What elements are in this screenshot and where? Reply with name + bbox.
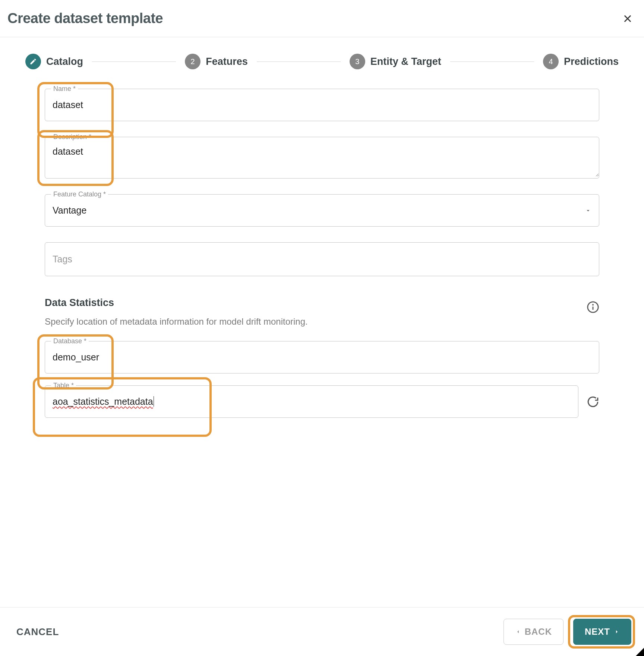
field-label: Database * [51, 337, 89, 345]
form-area: Name * Description * dataset Feature Cat… [25, 89, 619, 418]
description-field[interactable]: Description * dataset [45, 137, 599, 179]
description-field-wrap: Description * dataset [45, 137, 599, 179]
cancel-button[interactable]: CANCEL [16, 626, 59, 637]
step-catalog[interactable]: Catalog [25, 54, 83, 69]
field-label: Table * [51, 382, 76, 390]
name-input[interactable] [45, 89, 599, 121]
name-field[interactable]: Name * [45, 89, 599, 121]
chevron-right-icon [614, 629, 620, 635]
name-field-wrap: Name * [45, 89, 599, 121]
step-line [450, 62, 534, 62]
pencil-icon [29, 58, 37, 65]
step-label: Catalog [46, 56, 83, 67]
back-label: BACK [525, 627, 552, 637]
step-predictions[interactable]: 4 Predictions [543, 54, 619, 69]
table-field[interactable]: Table * aoa_statistics_metadata [45, 385, 578, 418]
modal-header: Create dataset template [0, 0, 644, 37]
chevron-down-icon [585, 207, 599, 214]
field-label: Description * [51, 133, 94, 141]
modal-content: Catalog 2 Features 3 Entity & Target 4 P… [0, 37, 644, 607]
step-circle-active [25, 54, 41, 69]
step-entity-target[interactable]: 3 Entity & Target [350, 54, 441, 69]
tags-field-wrap: Tags [45, 242, 599, 276]
close-button[interactable] [620, 11, 635, 26]
close-icon [622, 13, 633, 24]
section-title: Data Statistics [45, 297, 114, 309]
step-line [92, 62, 176, 62]
field-label: Name * [51, 85, 78, 93]
modal-footer: CANCEL BACK NEXT [0, 607, 644, 656]
step-label: Predictions [564, 56, 619, 67]
data-statistics-header: Data Statistics [45, 297, 599, 313]
database-input[interactable] [45, 341, 599, 373]
stepper: Catalog 2 Features 3 Entity & Target 4 P… [25, 54, 619, 69]
tags-field[interactable]: Tags [45, 242, 599, 276]
field-label: Feature Catalog * [51, 190, 108, 198]
step-features[interactable]: 2 Features [185, 54, 248, 69]
svg-point-4 [593, 305, 593, 305]
modal-title: Create dataset template [7, 10, 163, 26]
refresh-button[interactable] [587, 395, 599, 408]
resize-handle[interactable] [636, 648, 644, 656]
step-circle: 2 [185, 54, 201, 69]
info-icon[interactable] [587, 301, 599, 313]
chevron-left-icon [515, 629, 521, 635]
create-dataset-template-modal: Create dataset template Catalog 2 Featur… [0, 0, 644, 656]
table-input[interactable]: aoa_statistics_metadata [45, 386, 578, 417]
database-field[interactable]: Database * [45, 341, 599, 373]
feature-catalog-field[interactable]: Feature Catalog * Vantage [45, 194, 599, 227]
next-label: NEXT [585, 627, 610, 637]
next-button[interactable]: NEXT [573, 619, 631, 645]
step-label: Features [206, 56, 248, 67]
table-field-wrap: Table * aoa_statistics_metadata [45, 385, 599, 418]
step-label: Entity & Target [370, 56, 441, 67]
feature-catalog-field-wrap: Feature Catalog * Vantage [45, 194, 599, 227]
step-circle: 3 [350, 54, 365, 69]
database-field-wrap: Database * [45, 341, 599, 373]
feature-catalog-value: Vantage [45, 195, 585, 226]
description-textarea[interactable]: dataset [45, 137, 599, 177]
section-description: Specify location of metadata information… [45, 316, 599, 327]
tags-placeholder: Tags [45, 243, 599, 276]
step-line [257, 62, 341, 62]
back-button[interactable]: BACK [503, 619, 564, 645]
step-circle: 4 [543, 54, 559, 69]
